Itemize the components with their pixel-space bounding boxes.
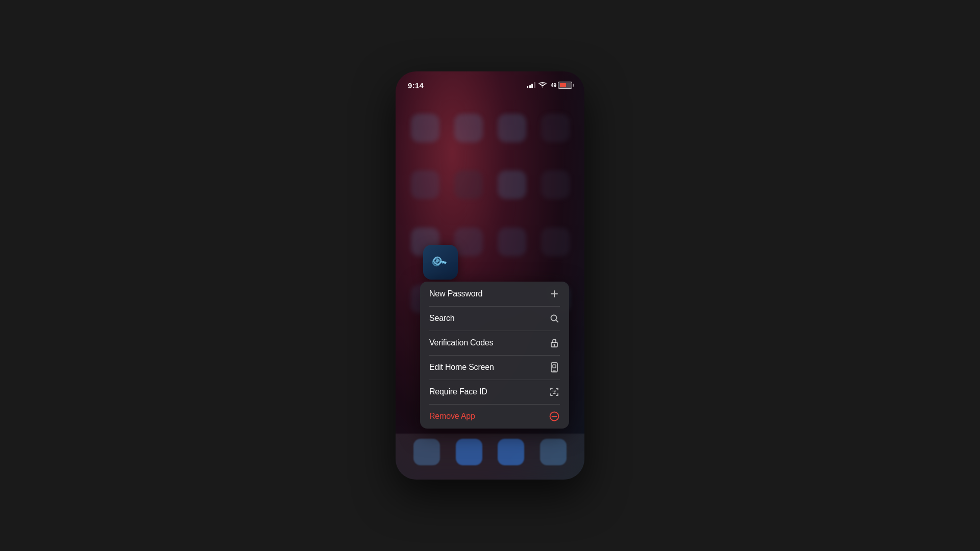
status-bar: 9:14 49 bbox=[396, 71, 584, 94]
dock-icon-3[interactable] bbox=[498, 439, 524, 465]
dock-icon-1[interactable] bbox=[413, 439, 440, 465]
status-icons: 49 bbox=[527, 82, 572, 89]
svg-point-18 bbox=[555, 391, 556, 392]
menu-label-edit-home-screen: Edit Home Screen bbox=[429, 363, 494, 372]
battery-icon bbox=[558, 82, 572, 89]
menu-label-remove-app: Remove App bbox=[429, 412, 475, 421]
menu-label-require-face-id: Require Face ID bbox=[429, 387, 487, 396]
menu-item-require-face-id[interactable]: Require Face ID bbox=[420, 380, 569, 404]
bg-app-3 bbox=[498, 114, 526, 142]
bg-app-6 bbox=[454, 170, 483, 199]
battery-indicator: 49 bbox=[550, 82, 572, 89]
search-icon bbox=[549, 313, 560, 324]
phone-edit-icon bbox=[549, 362, 560, 373]
menu-item-remove-app[interactable]: Remove App bbox=[420, 404, 569, 429]
minus-circle-icon bbox=[549, 411, 560, 422]
bg-app-2 bbox=[454, 114, 483, 142]
battery-nub bbox=[573, 84, 574, 87]
keys-icon bbox=[429, 251, 452, 273]
face-id-icon bbox=[549, 386, 560, 397]
bg-app-1 bbox=[411, 114, 439, 142]
plus-icon bbox=[549, 288, 560, 299]
menu-label-verification-codes: Verification Codes bbox=[429, 338, 493, 347]
dock-icon-2[interactable] bbox=[456, 439, 482, 465]
bg-app-7 bbox=[498, 170, 526, 199]
menu-item-search[interactable]: Search bbox=[420, 306, 569, 331]
app-icon-passwords bbox=[423, 245, 458, 280]
signal-icon bbox=[527, 82, 535, 88]
lock-shield-icon bbox=[549, 337, 560, 348]
status-time: 9:14 bbox=[408, 81, 424, 90]
menu-label-search: Search bbox=[429, 314, 455, 323]
bg-app-8 bbox=[541, 170, 570, 199]
phone-container: 9:14 49 bbox=[396, 71, 584, 480]
svg-rect-16 bbox=[553, 365, 556, 368]
menu-item-edit-home-screen[interactable]: Edit Home Screen bbox=[420, 355, 569, 380]
battery-percentage: 49 bbox=[551, 83, 556, 88]
bg-app-4 bbox=[541, 114, 570, 142]
menu-item-new-password[interactable]: New Password bbox=[420, 282, 569, 306]
dock-icon-4[interactable] bbox=[540, 439, 567, 465]
bg-app-11 bbox=[498, 228, 526, 256]
bg-app-10 bbox=[454, 228, 483, 256]
dock-area bbox=[396, 434, 584, 480]
bg-app-12 bbox=[541, 228, 570, 256]
wifi-icon bbox=[538, 82, 547, 88]
menu-item-verification-codes[interactable]: Verification Codes bbox=[420, 331, 569, 355]
context-menu: New Password Search Verification Codes bbox=[420, 282, 569, 429]
bg-app-5 bbox=[411, 170, 439, 199]
battery-fill bbox=[560, 83, 566, 87]
menu-label-new-password: New Password bbox=[429, 289, 482, 298]
svg-point-17 bbox=[553, 391, 554, 392]
